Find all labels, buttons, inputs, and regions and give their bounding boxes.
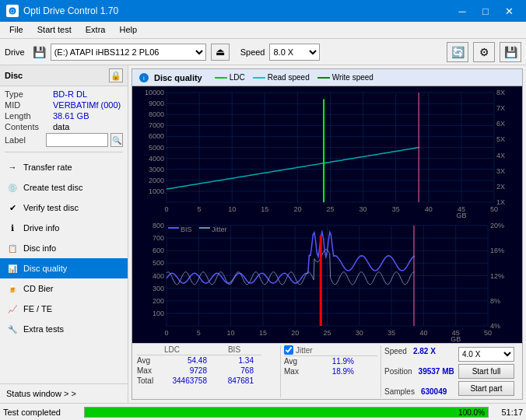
jitter-checkbox[interactable]: [284, 345, 293, 355]
svg-text:i: i: [143, 75, 145, 82]
disc-header-icon[interactable]: 🔒: [109, 68, 123, 82]
refresh-button[interactable]: 🔄: [447, 42, 468, 62]
label-browse-button[interactable]: 🔍: [110, 133, 123, 147]
disc-quality-icon: 📊: [6, 262, 19, 275]
speed-select-stats[interactable]: 4.0 X: [458, 347, 514, 362]
fe-te-icon: 📈: [6, 303, 19, 315]
menu-start-test[interactable]: Start test: [31, 23, 78, 37]
mid-label: MID: [5, 100, 53, 110]
sidebar: Disc 🔒 Type BD-R DL MID VERBATIMf (000) …: [0, 65, 128, 403]
start-full-button[interactable]: Start full: [458, 364, 514, 379]
contents-label: Contents: [5, 122, 53, 131]
verify-test-disc-icon: ✔: [6, 201, 19, 214]
extra-tests-label: Extra tests: [23, 324, 64, 334]
length-value: 38.61 GB: [53, 111, 123, 121]
max-bis: 768: [207, 366, 254, 375]
dq-title: Disc quality: [154, 73, 202, 82]
extra-tests-icon: 🔧: [6, 323, 19, 335]
content-area: i Disc quality LDC Read speed Write spee…: [128, 65, 526, 403]
jitter-max-label: Max: [284, 367, 312, 376]
max-label: Max: [137, 366, 165, 375]
minimize-button[interactable]: ─: [451, 3, 473, 19]
save-button[interactable]: 💾: [500, 42, 521, 62]
settings-button[interactable]: ⚙: [473, 42, 495, 62]
sidebar-item-disc-quality[interactable]: 📊 Disc quality: [0, 258, 128, 278]
bottom-chart: [132, 219, 522, 343]
total-ldc: 34463758: [165, 376, 207, 385]
status-window-button[interactable]: Status window > >: [0, 383, 128, 403]
samples-label: Samples: [384, 387, 415, 396]
drive-select[interactable]: (E:) ATAPI iHBS112 2 PL06: [51, 44, 206, 61]
jitter-header: Jitter: [296, 346, 313, 355]
top-chart: [132, 86, 522, 219]
create-test-disc-label: Create test disc: [23, 183, 82, 192]
max-ldc: 9728: [165, 366, 207, 375]
jitter-avg-label: Avg: [284, 357, 312, 366]
sidebar-item-cd-bier[interactable]: 🍺 CD Bier: [0, 278, 128, 299]
contents-value: data: [53, 122, 123, 131]
sidebar-item-fe-te[interactable]: 📈 FE / TE: [0, 299, 128, 319]
position-label: Position: [384, 367, 412, 376]
menu-help[interactable]: Help: [113, 23, 143, 37]
title-bar: O Opti Drive Control 1.70 ─ □ ✕: [0, 0, 526, 22]
avg-ldc: 54.48: [165, 356, 207, 365]
drive-icon: 💾: [33, 46, 46, 58]
cd-bier-label: CD Bier: [23, 284, 54, 293]
position-value: 39537 MB: [419, 367, 454, 376]
disc-info-icon: 📋: [6, 242, 19, 254]
disc-quality-panel: i Disc quality LDC Read speed Write spee…: [132, 68, 523, 400]
drive-info-icon: ℹ: [6, 222, 19, 234]
label-input[interactable]: [46, 133, 108, 147]
progress-fill: [85, 408, 488, 417]
sidebar-item-disc-info[interactable]: 📋 Disc info: [0, 238, 128, 258]
jitter-max: 18.9%: [312, 367, 354, 376]
progress-bar: 100.0%: [84, 407, 489, 418]
legend-ldc: LDC: [215, 73, 245, 82]
samples-value: 630049: [421, 387, 447, 396]
sidebar-item-drive-info[interactable]: ℹ Drive info: [0, 218, 128, 238]
toolbar: Drive 💾 (E:) ATAPI iHBS112 2 PL06 ⏏ Spee…: [0, 39, 526, 65]
speed-select[interactable]: 8.0 X: [269, 44, 320, 61]
fe-te-label: FE / TE: [23, 304, 52, 313]
disc-info-label: Disc info: [23, 243, 56, 253]
jitter-avg: 11.9%: [312, 357, 354, 366]
verify-test-disc-label: Verify test disc: [23, 203, 79, 212]
sidebar-item-transfer-rate[interactable]: → Transfer rate: [0, 157, 128, 177]
label-label: Label: [5, 135, 46, 145]
disc-quality-label: Disc quality: [23, 264, 67, 273]
menu-bar: File Start test Extra Help: [0, 22, 526, 39]
speed-stat-label: Speed: [384, 347, 407, 355]
title-bar-icon: O: [6, 5, 19, 17]
sidebar-item-extra-tests[interactable]: 🔧 Extra tests: [0, 319, 128, 339]
transfer-rate-icon: →: [6, 161, 19, 173]
cd-bier-icon: 🍺: [6, 282, 19, 295]
stats-bar: LDC BIS Avg 54.48 1.34 Max 9728 768 To: [132, 343, 522, 399]
maximize-button[interactable]: □: [475, 3, 496, 19]
charts-area: [132, 86, 522, 343]
menu-file[interactable]: File: [3, 23, 30, 37]
progress-label: 100.0%: [458, 408, 485, 418]
type-label: Type: [5, 89, 53, 99]
svg-text:O: O: [10, 9, 15, 14]
status-window-label: Status window > >: [6, 389, 76, 398]
close-button[interactable]: ✕: [498, 3, 520, 19]
avg-bis: 1.34: [207, 356, 254, 365]
menu-extra[interactable]: Extra: [79, 23, 112, 37]
create-test-disc-icon: 💿: [6, 181, 19, 194]
sidebar-item-create-test-disc[interactable]: 💿 Create test disc: [0, 177, 128, 198]
dq-icon: i: [139, 72, 149, 83]
total-bis: 847681: [207, 376, 254, 385]
speed-stat-value: 2.82 X: [413, 347, 436, 355]
disc-title: Disc: [5, 71, 23, 80]
avg-label: Avg: [137, 356, 165, 365]
time-label: 51:17: [492, 408, 523, 417]
sidebar-item-verify-test-disc[interactable]: ✔ Verify test disc: [0, 198, 128, 218]
transfer-rate-label: Transfer rate: [23, 163, 72, 172]
legend-write-speed: Write speed: [317, 73, 373, 82]
status-text: Test completed: [3, 408, 81, 417]
speed-label: Speed: [240, 47, 265, 57]
start-part-button[interactable]: Start part: [458, 381, 514, 396]
type-value: BD-R DL: [53, 89, 123, 99]
total-label: Total: [137, 376, 165, 385]
eject-button[interactable]: ⏏: [211, 44, 230, 61]
